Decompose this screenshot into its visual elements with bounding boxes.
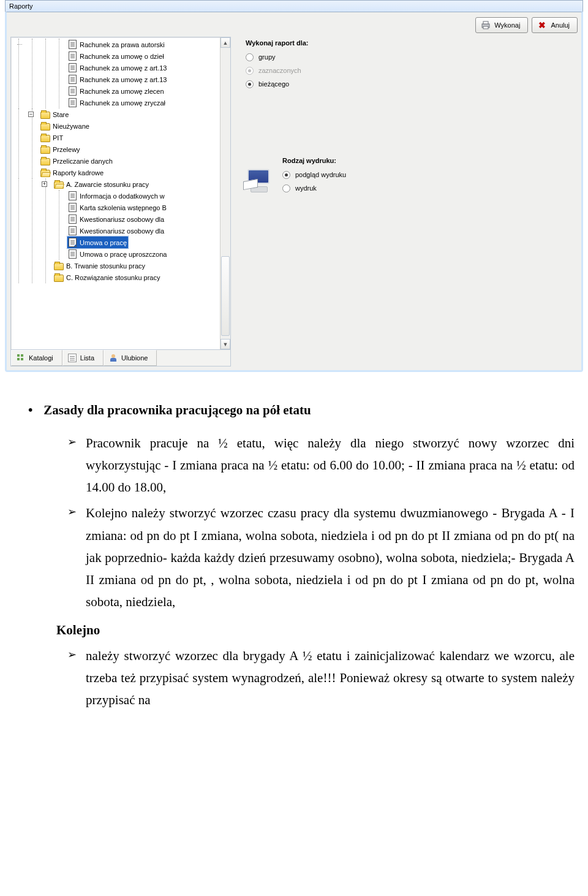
tree-label: Rachunek za prawa autorski xyxy=(80,41,165,48)
tree-item[interactable]: Kwestionariusz osobowy dla xyxy=(67,213,165,225)
tree-label: Kwestionariusz osobowy dla xyxy=(80,216,164,223)
tree-label: PIT xyxy=(53,134,63,142)
tree-icon xyxy=(17,354,25,362)
cancel-label: Anuluj xyxy=(551,21,570,29)
folder-icon xyxy=(40,158,50,165)
folder-icon xyxy=(40,112,50,119)
scroll-up-icon[interactable]: ▲ xyxy=(221,37,230,48)
tree-folder[interactable]: C. Rozwiązanie stosunku pracy xyxy=(54,271,161,283)
tree-folder[interactable]: Przelewy xyxy=(40,143,81,155)
folder-icon xyxy=(40,146,50,154)
radio-label: grupy xyxy=(258,53,276,61)
window-titlebar[interactable]: Raporty xyxy=(5,0,583,12)
svg-rect-2 xyxy=(483,26,488,29)
tree-folder[interactable]: Przeliczanie danych xyxy=(40,155,114,167)
tab-catalogs[interactable]: Katalogi xyxy=(11,350,62,366)
tree-view[interactable]: Rachunek za prawa autorskiRachunek za um… xyxy=(11,37,230,283)
tree-label: B. Trwanie stosunku pracy xyxy=(66,262,145,270)
tree-folder[interactable]: B. Trwanie stosunku pracy xyxy=(54,260,146,271)
document-icon xyxy=(69,238,77,247)
tree-folder[interactable]: Raporty kadrowe xyxy=(40,167,105,178)
close-icon: ✖ xyxy=(537,20,547,30)
radio-label: podgląd wydruku xyxy=(295,171,346,178)
tree-label: A. Zawarcie stosunku pracy xyxy=(66,181,149,188)
tree-item[interactable]: Rachunek za umowę zryczał xyxy=(67,97,167,108)
tree-item[interactable]: Karta szkolenia wstępnego B xyxy=(67,202,168,213)
tree-label: Rachunek za umowę zlecen xyxy=(80,88,164,95)
document-icon xyxy=(69,75,77,84)
scroll-thumb[interactable] xyxy=(221,256,230,336)
folder-icon xyxy=(40,123,50,131)
document-icon xyxy=(69,226,77,235)
scroll-track[interactable] xyxy=(221,48,230,339)
tab-favorites[interactable]: Ulubione xyxy=(104,350,157,366)
radio-option[interactable]: bieżącego xyxy=(246,77,578,91)
radio-label: zaznaczonych xyxy=(258,67,301,74)
paragraph: należy stworzyć wzorzec dla brygady A ½ … xyxy=(67,645,575,711)
tree-item[interactable]: Rachunek za prawa autorski xyxy=(67,39,166,50)
tree-label: Przelewy xyxy=(53,146,80,153)
monitor-icon xyxy=(246,168,273,192)
tree-item[interactable]: Rachunek za umowę z art.13 xyxy=(67,62,168,74)
tree-label: Rachunek za umowę z art.13 xyxy=(80,76,167,83)
tree-item[interactable]: Rachunek za umowę zlecen xyxy=(67,85,165,97)
folder-icon xyxy=(54,275,64,282)
tab-label: Katalogi xyxy=(29,354,53,362)
folder-open-icon xyxy=(54,181,64,189)
paragraph: Pracownik pracuje na ½ etatu, więc należ… xyxy=(67,432,575,498)
tree-item[interactable]: Rachunek za umowę o dzieł xyxy=(67,50,165,62)
printer-icon xyxy=(481,20,491,30)
heading-text: Zasady dla pracownika pracującego na pół… xyxy=(43,399,311,421)
tree-label: Rachunek za umowę zryczał xyxy=(80,99,165,107)
tree-item[interactable]: Umowa o pracę xyxy=(67,237,128,248)
report-for-title: Wykonaj raport dla: xyxy=(246,39,578,47)
document-icon xyxy=(69,51,77,61)
radio-icon[interactable] xyxy=(246,80,254,88)
window-body: Wykonaj ✖ Anuluj xyxy=(5,12,583,372)
document-icon xyxy=(69,98,77,107)
radio-option: zaznaczonych xyxy=(246,64,578,77)
tree-item[interactable]: Informacja o dodatkowych w xyxy=(67,190,166,202)
folder-icon xyxy=(40,170,50,177)
bullet-heading: • Zasady dla pracownika pracującego na p… xyxy=(28,399,575,421)
tab-label: Lista xyxy=(80,354,94,362)
tree-label: Informacja o dodatkowych w xyxy=(80,192,165,200)
radio-label: bieżącego xyxy=(258,80,289,88)
tree-label: Karta szkolenia wstępnego B xyxy=(80,204,167,211)
tree-folder[interactable]: PIT xyxy=(40,132,64,143)
tree-folder[interactable]: Nieużywane xyxy=(40,120,91,132)
tree-folder[interactable]: Stare xyxy=(40,108,70,120)
tree-label: Przeliczanie danych xyxy=(53,158,113,165)
tree-item[interactable]: Umowa o pracę uproszczona xyxy=(67,248,168,260)
toolbar: Wykonaj ✖ Anuluj xyxy=(9,15,579,36)
scroll-down-icon[interactable]: ▼ xyxy=(221,339,230,349)
list-icon xyxy=(68,354,77,362)
radio-icon[interactable] xyxy=(282,171,290,179)
expander-icon[interactable]: − xyxy=(28,112,34,117)
document-icon xyxy=(69,40,77,49)
cancel-button[interactable]: ✖ Anuluj xyxy=(532,17,578,33)
execute-button[interactable]: Wykonaj xyxy=(475,17,528,33)
tree-folder[interactable]: A. Zawarcie stosunku pracy xyxy=(54,178,150,190)
document-icon xyxy=(69,191,77,200)
paragraph: Kolejno należy stworzyć wzorzec czasu pr… xyxy=(67,502,575,613)
radio-icon[interactable] xyxy=(282,184,290,192)
tree-item[interactable]: Kwestionariusz osobowy dla xyxy=(67,225,165,237)
tab-list[interactable]: Lista xyxy=(62,350,104,366)
expander-icon[interactable]: + xyxy=(42,181,47,187)
radio-icon[interactable] xyxy=(246,53,254,61)
user-icon xyxy=(109,354,118,362)
radio-option[interactable]: podgląd wydruku xyxy=(282,168,346,181)
execute-label: Wykonaj xyxy=(494,21,520,29)
document-body: • Zasady dla pracownika pracującego na p… xyxy=(0,372,588,721)
radio-option[interactable]: wydruk xyxy=(282,181,346,195)
tree-label: Nieużywane xyxy=(53,123,89,130)
vertical-scrollbar[interactable]: ▲ ▼ xyxy=(220,37,230,349)
radio-option[interactable]: grupy xyxy=(246,50,578,64)
document-icon xyxy=(69,63,77,72)
tree-label: Umowa o pracę xyxy=(80,239,127,246)
tree-item[interactable]: Rachunek za umowę z art.13 xyxy=(67,74,168,85)
document-icon xyxy=(69,249,77,259)
bullet-icon: • xyxy=(28,399,32,421)
window-title: Raporty xyxy=(9,2,33,10)
